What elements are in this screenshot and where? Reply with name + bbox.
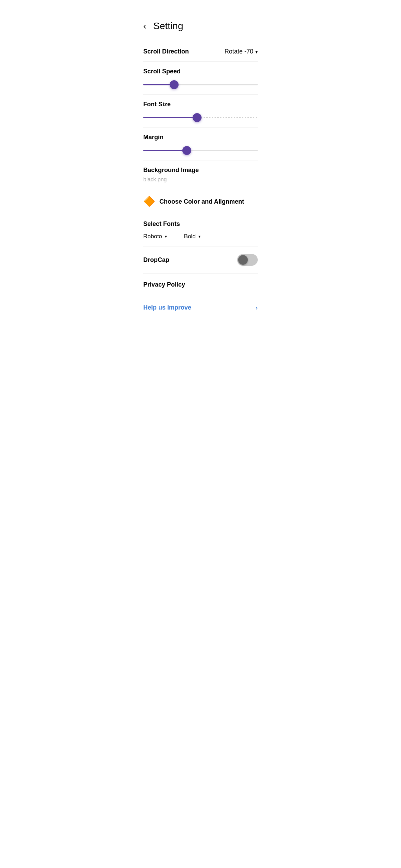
color-alignment-row[interactable]: 🔶 Choose Color and Alignment (143, 189, 258, 214)
scroll-speed-slider[interactable] (143, 81, 258, 88)
help-arrow-icon: › (255, 304, 258, 312)
help-row[interactable]: Help us improve › (143, 296, 258, 319)
font-weight-value: Bold (184, 233, 196, 240)
dropcap-label: DropCap (143, 256, 169, 264)
dropcap-toggle-thumb (238, 255, 248, 265)
back-button[interactable]: ‹ (143, 21, 146, 31)
font-weight-arrow: ▾ (198, 234, 200, 239)
margin-slider[interactable] (143, 147, 258, 154)
margin-label: Margin (143, 134, 258, 141)
margin-section: Margin (143, 128, 258, 160)
dropcap-row: DropCap (143, 246, 258, 274)
font-size-label: Font Size (143, 101, 258, 108)
dropcap-toggle[interactable] (237, 254, 258, 266)
header: ‹ Setting (134, 0, 267, 38)
privacy-policy-label: Privacy Policy (143, 281, 185, 288)
font-family-value: Roboto (143, 233, 162, 240)
scroll-direction-value: Rotate -70 (224, 48, 253, 55)
scroll-direction-label: Scroll Direction (143, 48, 189, 55)
select-fonts-label: Select Fonts (143, 220, 258, 228)
font-weight-dropdown[interactable]: Bold ▾ (177, 233, 200, 240)
font-family-dropdown[interactable]: Roboto ▾ (143, 233, 177, 240)
background-image-section: Background Image black.png (143, 160, 258, 189)
help-label: Help us improve (143, 304, 191, 311)
color-alignment-label: Choose Color and Alignment (159, 198, 244, 205)
page-title: Setting (153, 21, 183, 32)
font-dropdowns: Roboto ▾ Bold ▾ (143, 233, 258, 240)
select-fonts-section: Select Fonts Roboto ▾ Bold ▾ (143, 214, 258, 246)
font-size-slider[interactable] (143, 114, 258, 121)
scroll-direction-row: Scroll Direction Rotate -70 ▾ (143, 42, 258, 62)
scroll-direction-arrow: ▾ (255, 49, 258, 55)
scroll-speed-section: Scroll Speed (143, 62, 258, 95)
font-size-section: Font Size (143, 95, 258, 128)
privacy-policy-section: Privacy Policy (143, 274, 258, 296)
scroll-speed-label: Scroll Speed (143, 68, 258, 75)
background-image-value: black.png (143, 177, 258, 183)
color-alignment-icon: 🔶 (143, 197, 155, 206)
scroll-direction-dropdown[interactable]: Rotate -70 ▾ (224, 48, 258, 55)
font-family-arrow: ▾ (165, 234, 167, 239)
background-image-label: Background Image (143, 167, 258, 174)
settings-content: Scroll Direction Rotate -70 ▾ Scroll Spe… (134, 38, 267, 333)
